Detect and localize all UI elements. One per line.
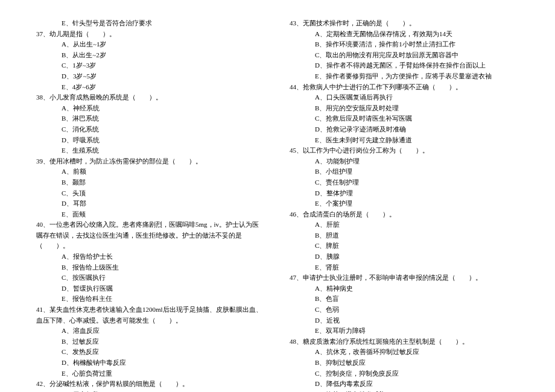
q45-opt-a: A、功能制护理 (290, 156, 519, 167)
q41-opt-e: E、心脏负荷过重 (36, 368, 265, 379)
q43-opt-b: B、操作环境要清洁，操作前1小时禁止清扫工作 (290, 39, 519, 50)
q41-opt-c: C、发热反应 (36, 347, 265, 358)
q48-opt-c: C、控制炎症，抑制免疫反应 (290, 368, 519, 379)
q48-opt-b: B、抑制过敏反应 (290, 358, 519, 368)
q39-opt-a: A、前额 (36, 166, 265, 177)
q40-opt-a: A、报告给护士长 (36, 251, 265, 262)
q48-text: 48、糖皮质激素治疗系统性红斑狼疮的主型机制是（ ）。 (290, 337, 519, 347)
q39-text: 39、使用冰槽时，为防止冻伤需保护的部位是（ ）。 (36, 156, 265, 167)
q47-text: 47、申请护士执业注册时，不影响申请者申报的情况是（ ）。 (290, 273, 519, 283)
q48-opt-a: A、抗休克，改善循环抑制过敏反应 (290, 347, 519, 358)
q47-opt-a: A、精神病史 (290, 283, 519, 294)
q37-opt-c: C、1岁~3岁 (36, 60, 265, 71)
q43-opt-a: A、定期检查无菌物品保存情况，有效期为14天 (290, 29, 519, 40)
q41-text: 41、某失血性休克患者快速输入全血1200ml后出现手足抽搐、皮肤黏膜出血、血压… (36, 305, 265, 326)
q48-opt-d: D、降低内毒素反应 (290, 379, 519, 390)
q38-opt-d: D、呼吸系统 (36, 135, 265, 146)
q43-opt-d: D、操作者不得跨越无菌区，手臂始终保持在操作台面以上 (290, 60, 519, 71)
q43-opt-e: E、操作者要修剪指甲，为方便操作，应将手表尽量塞进衣袖 (290, 71, 519, 82)
q39-opt-d: D、耳部 (36, 198, 265, 209)
q47-opt-e: E、双耳听力障碍 (290, 326, 519, 337)
q40-text: 40、一位患者因心绞痛入院。患者疼痛剧烈，医嘱吗啡5mg，iv。护士认为医嘱存在… (36, 220, 265, 251)
q45-opt-b: B、小组护理 (290, 166, 519, 177)
q37-opt-d: D、3岁~5岁 (36, 71, 265, 82)
q44-opt-d: D、抢救记录字迹清晰及时准确 (290, 124, 519, 135)
q46-opt-d: D、胰腺 (290, 251, 519, 262)
left-column: E、针头型号是否符合治疗要求 37、幼儿期是指（ ）。 A、从出生~1岁 B、从… (36, 18, 265, 392)
q45-opt-d: D、整体护理 (290, 188, 519, 199)
q45-opt-e: E、个案护理 (290, 198, 519, 209)
q41-opt-a: A、溶血反应 (36, 326, 265, 337)
q38-opt-e: E、生殖系统 (36, 145, 265, 156)
q39-opt-b: B、颞部 (36, 177, 265, 188)
q42-opt-a: A、胃主细胞 (36, 390, 265, 392)
q41-opt-d: D、枸橼酸钠中毒反应 (36, 358, 265, 368)
q40-opt-e: E、报告给科主任 (36, 294, 265, 305)
q43-text: 43、无菌技术操作时，正确的是（ ）。 (290, 18, 519, 29)
q44-text: 44、抢救病人中护士进行的工作下列哪项不正确（ ）。 (290, 82, 519, 93)
q37-text: 37、幼儿期是指（ ）。 (36, 29, 265, 40)
q46-opt-b: B、胆道 (290, 230, 519, 241)
q42-text: 42、分泌碱性粘液，保护胃粘膜的细胞是（ ）。 (36, 379, 265, 390)
q39-opt-e: E、面颊 (36, 209, 265, 220)
q44-opt-c: C、抢救后应及时请医生补写医嘱 (290, 113, 519, 124)
q47-opt-c: C、色弱 (290, 305, 519, 315)
q40-opt-b: B、报告给上级医生 (36, 262, 265, 273)
right-column: 43、无菌技术操作时，正确的是（ ）。 A、定期检查无菌物品保存情况，有效期为1… (290, 18, 519, 392)
q43-opt-c: C、取出的用物没有用完应及时放回原无菌容器中 (290, 50, 519, 61)
q44-opt-e: E、医生未到时可先建立静脉通道 (290, 135, 519, 146)
q46-opt-c: C、脾脏 (290, 241, 519, 251)
q37-opt-b: B、从出生~2岁 (36, 50, 265, 61)
q46-opt-a: A、肝脏 (290, 220, 519, 230)
q40-opt-c: C、按医嘱执行 (36, 273, 265, 283)
q47-opt-b: B、色盲 (290, 294, 519, 305)
q45-opt-c: C、责任制护理 (290, 177, 519, 188)
q40-opt-d: D、暂缓执行医嘱 (36, 283, 265, 294)
q37-opt-a: A、从出生~1岁 (36, 39, 265, 50)
q44-opt-b: B、用完的空安瓿应及时处理 (290, 103, 519, 114)
q38-opt-a: A、神经系统 (36, 103, 265, 114)
q47-opt-d: D、近视 (290, 315, 519, 326)
q44-opt-a: A、口头医嘱复诵后再执行 (290, 92, 519, 103)
q38-text: 38、小儿发育成熟最晚的系统是（ ）。 (36, 92, 265, 103)
q39-opt-c: C、头顶 (36, 188, 265, 199)
q46-text: 46、合成清蛋白的场所是（ ）。 (290, 209, 519, 220)
q37-opt-e: E、4岁~6岁 (36, 82, 265, 93)
q38-opt-c: C、消化系统 (36, 124, 265, 135)
q41-opt-b: B、过敏反应 (36, 337, 265, 347)
q38-opt-b: B、淋巴系统 (36, 113, 265, 124)
q46-opt-e: E、肾脏 (290, 262, 519, 273)
q45-text: 45、以工作为中心进行岗位分工称为（ ）。 (290, 145, 519, 156)
q48-opt-e: E、抑菌，避免继发感染 (290, 390, 519, 392)
page-content: E、针头型号是否符合治疗要求 37、幼儿期是指（ ）。 A、从出生~1岁 B、从… (0, 0, 555, 392)
q36-opt-e: E、针头型号是否符合治疗要求 (36, 18, 265, 29)
